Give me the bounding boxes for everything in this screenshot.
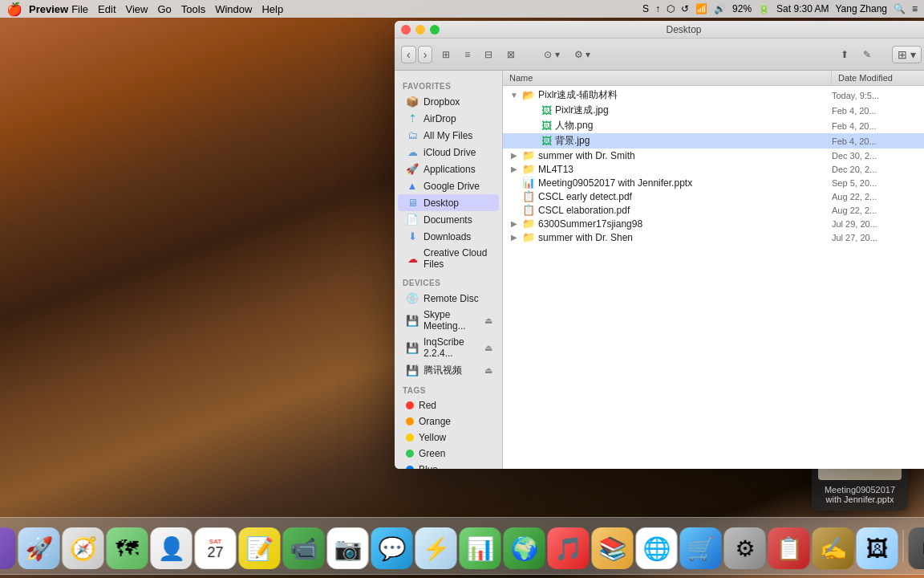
dock-icon-launchpad-mgr[interactable]: ⊞ bbox=[909, 527, 925, 569]
dock-icon-facetime[interactable]: 📹 bbox=[283, 527, 325, 569]
column-view-button[interactable]: ⊟ bbox=[480, 47, 497, 63]
arrange-button[interactable]: ⊙ ▾ bbox=[539, 47, 564, 63]
menubar-volume-icon[interactable]: 🔊 bbox=[714, 3, 726, 14]
sidebar-item-desktop[interactable]: 🖥 Desktop bbox=[398, 194, 499, 211]
close-button[interactable] bbox=[401, 25, 411, 35]
menubar-dropbox-icon[interactable]: ⬡ bbox=[667, 3, 675, 14]
table-row[interactable]: 🖼 背景.jpg Feb 4, 20... bbox=[503, 133, 924, 149]
folder-toggle[interactable]: ▶ bbox=[509, 165, 519, 174]
sidebar-item-downloads[interactable]: ⬇ Downloads bbox=[398, 228, 499, 245]
eject-icon-tencent[interactable]: ⏏ bbox=[484, 365, 492, 376]
folder-toggle[interactable]: ▶ bbox=[509, 233, 519, 242]
sidebar-item-airdrop[interactable]: ⇡ AirDrop bbox=[398, 110, 499, 127]
eject-icon-skype[interactable]: ⏏ bbox=[484, 315, 492, 326]
dock-icon-stickies[interactable]: 📝 bbox=[239, 527, 281, 569]
dock-icon-messages[interactable]: 💬 bbox=[371, 527, 413, 569]
share-button[interactable]: ⬆ bbox=[836, 47, 853, 63]
table-row[interactable]: 📋 CSCL early detect.pdf Aug 22, 2... bbox=[503, 189, 924, 203]
list-view-button[interactable]: ≡ bbox=[460, 47, 475, 63]
sidebar-item-google-drive[interactable]: ▲ Google Drive bbox=[398, 177, 499, 194]
folder-toggle[interactable]: ▶ bbox=[509, 151, 519, 161]
sidebar-item-documents[interactable]: 📄 Documents bbox=[398, 211, 499, 228]
dock-icon-numbers[interactable]: 📊 bbox=[460, 527, 501, 569]
titlebar: Desktop bbox=[395, 21, 924, 39]
menubar-notification-icon[interactable]: ≡ bbox=[912, 3, 918, 14]
table-row[interactable]: ▼ 📂 Pixlr速成-辅助材料 Today, 9:5... bbox=[503, 88, 924, 103]
dock-icon-sysprefs[interactable]: ⚙ bbox=[724, 527, 766, 569]
folder-toggle[interactable]: ▶ bbox=[509, 219, 519, 229]
menubar-skype-icon[interactable]: S bbox=[642, 3, 649, 14]
sidebar-item-remote-disc[interactable]: 💿 Remote Disc bbox=[398, 290, 499, 307]
menu-file[interactable]: File bbox=[71, 3, 88, 15]
table-row[interactable]: ▶ 📁 summer with Dr. Shen Jul 27, 20... bbox=[503, 230, 924, 244]
sidebar-item-icloud[interactable]: ☁ iCloud Drive bbox=[398, 144, 499, 161]
action-button[interactable]: ⚙ ▾ bbox=[569, 47, 595, 63]
minimize-button[interactable] bbox=[415, 25, 425, 35]
coverflow-view-button[interactable]: ⊠ bbox=[502, 47, 520, 63]
table-row[interactable]: ▶ 📁 6300Summer17sjiang98 Jul 29, 20... bbox=[503, 217, 924, 230]
dock-icon-preview[interactable]: 🖼 bbox=[857, 527, 898, 569]
dock-icon-calendar[interactable]: SAT 27 bbox=[195, 527, 237, 569]
menubar: 🍎 Preview File Edit View Go Tools Window… bbox=[0, 0, 924, 18]
dock-icon-appstore[interactable]: 🛒 bbox=[680, 527, 722, 569]
sidebar-item-applications[interactable]: 🚀 Applications bbox=[398, 161, 499, 177]
sidebar-item-tag-green[interactable]: Green bbox=[398, 446, 499, 462]
apple-menu-icon[interactable]: 🍎 bbox=[6, 2, 22, 17]
table-row[interactable]: ▶ 📁 summer with Dr. Smith Dec 30, 2... bbox=[503, 149, 924, 162]
menu-view[interactable]: View bbox=[126, 3, 148, 15]
sidebar-item-creative-cloud[interactable]: ☁ Creative Cloud Files bbox=[398, 245, 499, 272]
date-column-header[interactable]: Date Modified bbox=[832, 71, 924, 85]
menubar-datetime[interactable]: Sat 9:30 AM bbox=[776, 3, 829, 14]
dock-icon-music[interactable]: 🎵 bbox=[548, 527, 590, 569]
app-name[interactable]: Preview bbox=[29, 3, 68, 15]
eject-icon-inqscribe[interactable]: ⏏ bbox=[484, 343, 492, 353]
menu-edit[interactable]: Edit bbox=[98, 3, 116, 15]
menu-tools[interactable]: Tools bbox=[181, 3, 205, 15]
sidebar-item-tag-blue[interactable]: Blue bbox=[398, 462, 499, 469]
dock-icon-ibooks[interactable]: 📚 bbox=[592, 527, 634, 569]
back-button[interactable]: ‹ bbox=[401, 46, 416, 63]
menu-go[interactable]: Go bbox=[157, 3, 171, 15]
table-row[interactable]: 📊 Meeting09052017 with Jennifer.pptx Sep… bbox=[503, 176, 924, 189]
tags-button[interactable]: ⊞ ▾ bbox=[892, 46, 922, 63]
table-row[interactable]: 🖼 人物.png Feb 4, 20... bbox=[503, 118, 924, 133]
dock-icon-safari[interactable]: 🧭 bbox=[63, 527, 104, 569]
menu-window[interactable]: Window bbox=[215, 3, 252, 15]
table-row[interactable]: ▶ 📁 ML4T13 Dec 20, 2... bbox=[503, 162, 924, 176]
menubar-time-machine-icon[interactable]: ↺ bbox=[681, 3, 689, 14]
orange-tag-dot bbox=[406, 417, 414, 425]
menubar-wifi-icon[interactable]: 📶 bbox=[695, 3, 707, 14]
table-row[interactable]: 📋 CSCL elaboration.pdf Aug 22, 2... bbox=[503, 203, 924, 217]
sidebar-item-inqscribe[interactable]: 💾 InqScribe 2.2.4... ⏏ bbox=[398, 334, 499, 361]
sidebar-item-skype[interactable]: 💾 Skype Meeting... ⏏ bbox=[398, 307, 499, 334]
dock-icon-scrivener[interactable]: ✍ bbox=[813, 527, 854, 569]
dock-icon-chrome[interactable]: 🌐 bbox=[636, 527, 678, 569]
dock-icon-photos[interactable]: 📷 bbox=[327, 527, 369, 569]
sidebar-item-tag-red[interactable]: Red bbox=[398, 397, 499, 413]
edit-button[interactable]: ✎ bbox=[858, 47, 876, 63]
sidebar-item-dropbox[interactable]: 📦 Dropbox bbox=[398, 93, 499, 110]
sidebar-item-tag-orange[interactable]: Orange bbox=[398, 413, 499, 429]
menubar-spotlight-icon[interactable]: 🔍 bbox=[894, 3, 906, 14]
dock-icon-launchpad[interactable]: 🚀 bbox=[18, 527, 60, 569]
dock-icon-maps2[interactable]: 🌍 bbox=[504, 527, 545, 569]
dock-icon-siri[interactable]: 🎙 bbox=[0, 527, 16, 569]
dock-icon-flow[interactable]: ⚡ bbox=[415, 527, 457, 569]
folder-open-icon: 📂 bbox=[522, 89, 535, 101]
sidebar-item-all-my-files[interactable]: 🗂 All My Files bbox=[398, 127, 499, 144]
folder-toggle-open[interactable]: ▼ bbox=[509, 91, 519, 100]
skype-drive-icon: 💾 bbox=[406, 315, 419, 327]
dock-icon-maps[interactable]: 🗺 bbox=[107, 527, 148, 569]
sidebar-item-tag-yellow[interactable]: Yellow bbox=[398, 429, 499, 446]
sidebar-item-tencent[interactable]: 💾 腾讯视频 ⏏ bbox=[398, 361, 499, 380]
forward-button[interactable]: › bbox=[418, 46, 433, 63]
menubar-username[interactable]: Yang Zhang bbox=[835, 3, 887, 14]
dock-icon-contacts[interactable]: 👤 bbox=[151, 527, 192, 569]
menu-help[interactable]: Help bbox=[261, 3, 283, 15]
name-column-header[interactable]: Name bbox=[503, 71, 832, 85]
maximize-button[interactable] bbox=[430, 25, 440, 35]
dock-icon-acrobat[interactable]: 📋 bbox=[768, 527, 810, 569]
table-row[interactable]: 🖼 Pixlr速成.jpg Feb 4, 20... bbox=[503, 103, 924, 118]
menubar-up-icon[interactable]: ↑ bbox=[655, 3, 660, 14]
icon-view-button[interactable]: ⊞ bbox=[437, 47, 455, 63]
